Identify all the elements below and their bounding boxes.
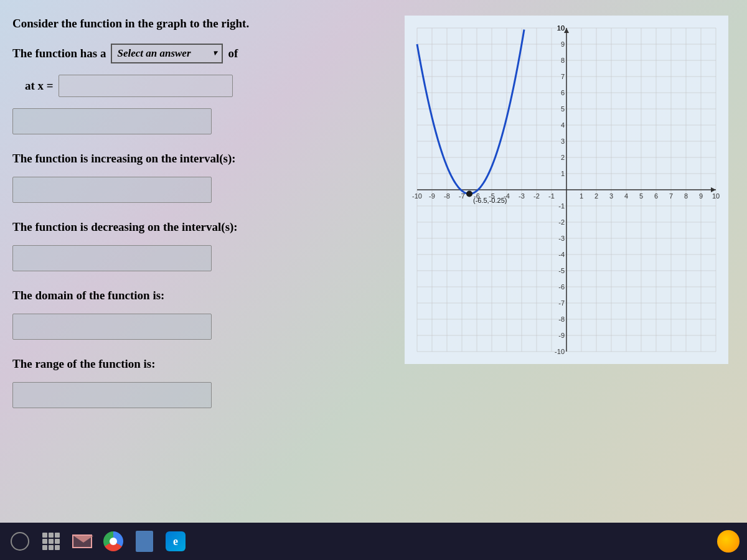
envelope-icon [72, 534, 92, 548]
chevron-down-icon: ▾ [213, 49, 217, 58]
decreasing-input[interactable] [12, 245, 212, 271]
function-has-prefix: The function has a [12, 47, 106, 60]
range-input[interactable] [12, 382, 212, 408]
taskbar: e [0, 523, 747, 560]
intro-text: Consider the function in the graph to th… [12, 16, 386, 32]
range-label: The range of the function is: [12, 357, 386, 371]
taskbar-grid-button[interactable] [37, 528, 65, 555]
at-x-row: at x = [25, 75, 386, 97]
taskbar-edge-button[interactable]: e [162, 528, 189, 555]
edge-icon: e [166, 531, 186, 551]
increasing-label: The function is increasing on the interv… [12, 152, 386, 166]
function-graph [405, 16, 728, 364]
dropdown-label: Select an answer [117, 47, 190, 60]
at-x-label: at x = [25, 79, 54, 93]
circle-icon [11, 532, 29, 551]
taskbar-file-button[interactable] [131, 528, 158, 555]
domain-input[interactable] [12, 314, 212, 340]
select-answer-dropdown[interactable]: Select an answer ▾ [111, 44, 223, 63]
of-text: of [228, 47, 238, 60]
function-has-row: The function has a Select an answer ▾ of [12, 44, 386, 63]
domain-label: The domain of the function is: [12, 289, 386, 302]
chrome-icon [103, 531, 123, 551]
main-content: Consider the function in the graph to th… [0, 0, 747, 523]
decreasing-label: The function is decreasing on the interv… [12, 220, 386, 234]
grid-icon [42, 533, 60, 550]
taskbar-chrome-button[interactable] [100, 528, 127, 555]
at-x-input[interactable] [59, 75, 233, 97]
taskbar-circle-button[interactable] [6, 528, 34, 555]
right-panel [398, 12, 735, 516]
increasing-input[interactable] [12, 177, 212, 203]
left-panel: Consider the function in the graph to th… [12, 12, 386, 516]
answer-box-placeholder-1 [12, 108, 212, 134]
graph-container [405, 16, 728, 364]
notification-badge [717, 530, 740, 553]
file-icon [136, 531, 153, 552]
taskbar-mail-button[interactable] [68, 528, 96, 555]
